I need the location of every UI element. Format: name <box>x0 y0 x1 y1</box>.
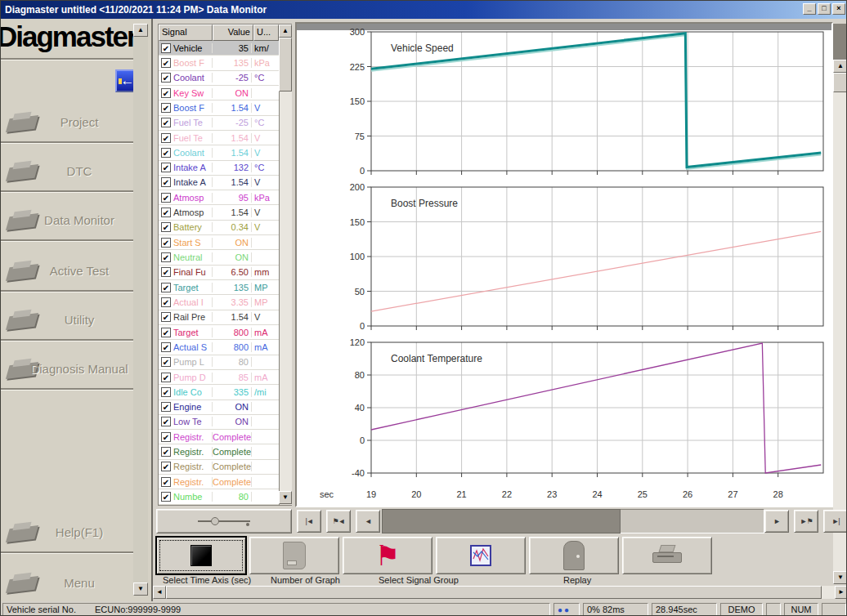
table-row[interactable]: ✔Registr.Complete <box>159 475 279 489</box>
signal-checkbox[interactable]: ✔ <box>159 133 173 143</box>
number-of-graph-button[interactable] <box>249 537 339 574</box>
signal-checkbox[interactable]: ✔ <box>159 163 173 172</box>
signal-checkbox[interactable]: ✔ <box>159 312 173 322</box>
table-row[interactable]: ✔Registr.Complete <box>159 444 279 459</box>
signal-table-scrollbar[interactable]: ▲ ▼ <box>279 25 292 505</box>
column-header-signal[interactable]: Signal <box>159 25 213 41</box>
scrollbar-thumb[interactable] <box>166 586 822 599</box>
table-row[interactable]: ✔Numbe80 <box>159 489 279 504</box>
table-row[interactable]: ✔Intake A132°C <box>159 161 279 176</box>
column-header-unit[interactable]: U... <box>253 25 279 41</box>
signal-checkbox[interactable]: ✔ <box>159 297 173 307</box>
scroll-right-icon[interactable]: ► <box>835 586 847 599</box>
stop-button[interactable] <box>156 537 246 574</box>
signal-checkbox[interactable]: ✔ <box>159 43 173 53</box>
signal-checkbox[interactable]: ✔ <box>159 238 173 248</box>
table-row[interactable]: ✔Intake A1.54V <box>159 176 279 190</box>
table-row[interactable]: ✔Actual S800mA <box>159 340 279 355</box>
signal-checkbox[interactable]: ✔ <box>159 432 173 442</box>
table-row[interactable]: ✔Registr.Complete <box>159 430 279 444</box>
maximize-button[interactable]: □ <box>818 3 831 15</box>
signal-checkbox[interactable]: ✔ <box>159 222 173 232</box>
horizontal-scrollbar[interactable]: ◄ ► <box>153 586 847 599</box>
scroll-up-icon[interactable]: ▲ <box>133 24 148 37</box>
signal-checkbox[interactable]: ✔ <box>159 193 173 203</box>
table-row[interactable]: ✔Final Fu6.50mm <box>159 266 279 280</box>
table-row[interactable]: ✔Vehicle35km/ <box>159 41 279 56</box>
signal-checkbox[interactable]: ✔ <box>159 328 173 337</box>
table-row[interactable]: ✔Registr.Complete <box>159 460 279 475</box>
scrollbar-thumb[interactable] <box>279 38 292 92</box>
signal-checkbox[interactable]: ✔ <box>159 103 173 113</box>
scroll-up-icon[interactable]: ▲ <box>279 25 292 38</box>
sidebar-item-project[interactable]: Project <box>1 104 135 143</box>
chart-scrollbar[interactable]: ▲ ▼ <box>833 24 847 584</box>
signal-checkbox[interactable]: ✔ <box>159 477 173 487</box>
signal-checkbox[interactable]: ✔ <box>159 283 173 292</box>
sidebar-item-dtc[interactable]: DTC <box>1 153 135 192</box>
minimize-button[interactable]: _ <box>803 3 816 15</box>
table-row[interactable]: ✔Boost F135kPa <box>159 56 279 70</box>
column-header-value[interactable]: Value <box>213 25 253 41</box>
table-row[interactable]: ✔Coolant-25°C <box>159 71 279 86</box>
print-button[interactable] <box>622 537 712 574</box>
table-row[interactable]: ✔Coolant1.54V <box>159 145 279 160</box>
table-row[interactable]: ✔Key SwON <box>159 86 279 100</box>
table-row[interactable]: ✔Target135MP <box>159 280 279 295</box>
replay-button[interactable] <box>529 537 619 574</box>
sidebar-item-data-monitor[interactable]: Data Monitor <box>1 202 135 241</box>
step-back-button[interactable]: ◄ <box>356 510 380 533</box>
title-bar[interactable]: Diagmaster untitled <11/20/2021 11:24 PM… <box>1 1 847 19</box>
scroll-down-icon[interactable]: ▼ <box>279 491 292 504</box>
signal-checkbox[interactable]: ✔ <box>159 73 173 83</box>
prev-flag-button[interactable]: ⚑◄ <box>326 510 351 533</box>
table-row[interactable]: ✔Atmosp95kPa <box>159 190 279 205</box>
signal-checkbox[interactable]: ✔ <box>159 447 173 457</box>
table-row[interactable]: ✔Low TeON <box>159 415 279 430</box>
skip-to-start-button[interactable]: |◄ <box>297 510 321 533</box>
signal-checkbox[interactable]: ✔ <box>159 252 173 262</box>
signal-checkbox[interactable]: ✔ <box>159 208 173 217</box>
scroll-down-icon[interactable]: ▼ <box>133 583 148 596</box>
sidebar-item-diagnosis-manual[interactable]: Diagnosis Manual <box>1 350 135 390</box>
table-row[interactable]: ✔Pump D85mA <box>159 370 279 385</box>
sidebar-scrollbar[interactable]: ▲ ▼ <box>133 24 148 596</box>
signal-checkbox[interactable]: ✔ <box>159 118 173 127</box>
next-flag-button[interactable]: ►⚑ <box>794 510 818 533</box>
table-row[interactable]: ✔Battery0.34V <box>159 221 279 235</box>
playback-scrollbar-thumb[interactable] <box>382 509 621 533</box>
sidebar-item-active-test[interactable]: Active Test <box>1 252 135 292</box>
signal-checkbox[interactable]: ✔ <box>159 267 173 277</box>
step-forward-button[interactable]: ► <box>764 510 789 533</box>
signal-checkbox[interactable]: ✔ <box>159 177 173 187</box>
table-row[interactable]: ✔Actual I3.35MP <box>159 295 279 310</box>
sidebar-item-help-f1-[interactable]: Help(F1) <box>1 514 135 553</box>
sidebar-item-menu[interactable]: Menu <box>1 565 135 601</box>
table-row[interactable]: ✔Fuel Te1.54V <box>159 131 279 145</box>
signal-checkbox[interactable]: ✔ <box>159 357 173 367</box>
signal-checkbox[interactable]: ✔ <box>159 58 173 68</box>
table-row[interactable]: ✔Boost F1.54V <box>159 100 279 115</box>
table-row[interactable]: ✔Target800mA <box>159 325 279 340</box>
time-slider-panel[interactable] <box>156 509 292 533</box>
signal-checkbox[interactable]: ✔ <box>159 387 173 397</box>
table-row[interactable]: ✔NeutralON <box>159 250 279 265</box>
scrollbar-thumb[interactable] <box>833 73 847 92</box>
close-button[interactable]: × <box>832 3 845 15</box>
signal-checkbox[interactable]: ✔ <box>159 417 173 426</box>
signal-checkbox[interactable]: ✔ <box>159 342 173 352</box>
signal-checkbox[interactable]: ✔ <box>159 148 173 158</box>
scroll-left-icon[interactable]: ◄ <box>153 586 166 599</box>
table-row[interactable]: ✔Fuel Te-25°C <box>159 116 279 131</box>
signal-checkbox[interactable]: ✔ <box>159 462 173 471</box>
table-row[interactable]: ✔Idle Co335/mi <box>159 385 279 400</box>
table-row[interactable]: ✔EngineON <box>159 400 279 415</box>
table-row[interactable]: ✔Start SON <box>159 235 279 250</box>
sidebar-item-utility[interactable]: Utility <box>1 301 135 341</box>
signal-checkbox[interactable]: ✔ <box>159 88 173 98</box>
scroll-down-icon[interactable]: ▼ <box>833 571 847 584</box>
table-row[interactable]: ✔Rail Pre1.54V <box>159 310 279 325</box>
flag-marker-button[interactable]: ⚑ <box>343 537 432 574</box>
signal-checkbox[interactable]: ✔ <box>159 402 173 412</box>
skip-to-end-button[interactable]: ►| <box>823 510 847 533</box>
